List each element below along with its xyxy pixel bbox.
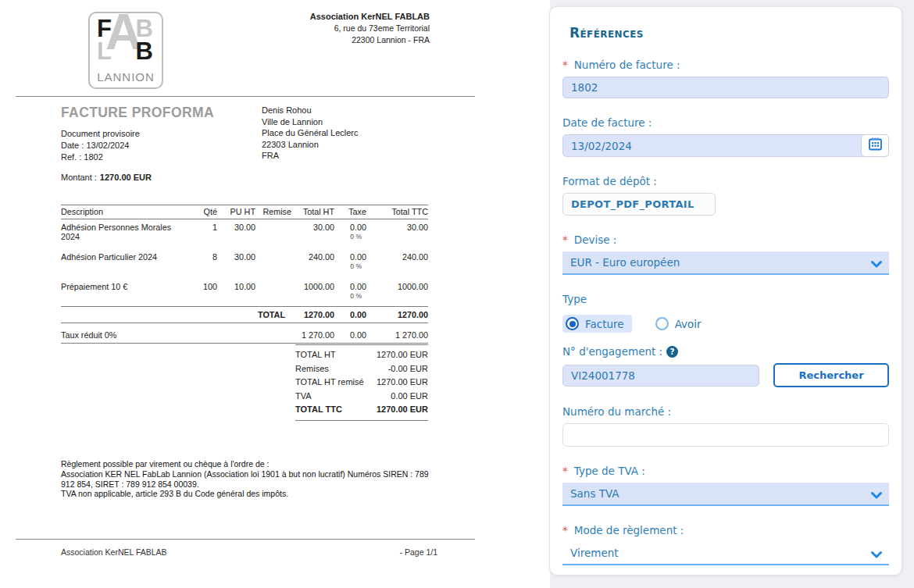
question-circle-icon[interactable]: ? [666, 346, 678, 358]
footer-page-number: - Page 1/1 [400, 547, 437, 557]
field-tva-type: * Type de TVA : Sans TVA [562, 465, 889, 506]
tax-rate-row: Taux réduit 0% 1 270.00 0.00 1 270.00 [61, 327, 428, 344]
cell-pu-ht: 30.00 [217, 252, 255, 279]
tva-type-select[interactable]: Sans TVA [562, 483, 889, 506]
total-ttc-value: 1270.00 [366, 310, 428, 319]
deposit-format-label-row: Format de dépôt : [562, 175, 889, 187]
issuer-name: Association KerNEL FABLAB [310, 11, 430, 23]
engagement-label-row: N° d'engagement : ? [562, 345, 889, 358]
invoice-date-label-row: Date de facture : [562, 116, 889, 129]
summary-label: TOTAL HT [295, 348, 336, 362]
amount-value: 1270.00 EUR [100, 173, 152, 182]
field-currency: * Devise : EUR - Euro européen [562, 233, 889, 275]
calendar-icon [868, 137, 883, 155]
cell-remise [255, 223, 291, 249]
payment-note-line1: Règlement possible par virement ou chèqu… [61, 459, 434, 469]
summary-value: 1270.00 EUR [377, 403, 428, 417]
payment-note-line2: Association KER NEL FabLab Lannion (Asso… [61, 469, 434, 490]
radio-selected-icon [566, 317, 579, 330]
summary-row-ht-remise: TOTAL HT remisé 1270.00 EUR [295, 376, 428, 390]
cell-description: Adhésion Personnes Morales 2024 [61, 223, 178, 249]
summary-label: TOTAL TTC [295, 403, 342, 417]
tax-rate-label: Taux réduit 0% [61, 330, 291, 340]
market-number-input[interactable] [562, 423, 889, 447]
table-row: Adhésion Particulier 2024 8 30.00 240.00… [61, 249, 428, 279]
radio-option-facture[interactable]: Facture [562, 315, 632, 333]
cell-description: Prépaiement 10 € [61, 282, 178, 308]
logo-letter-bottom-left: L [97, 37, 112, 66]
market-number-label: Numéro du marché : [562, 405, 671, 418]
cell-remise [255, 282, 291, 308]
panel-title: Références [569, 25, 889, 41]
currency-value: EUR - Euro européen [570, 256, 680, 269]
cell-total-ht: 240.00 [291, 252, 334, 279]
chevron-down-icon [870, 549, 883, 561]
radio-avoir-label: Avoir [675, 318, 702, 330]
field-market-number: Numéro du marché : [562, 405, 889, 447]
recipient-address-block: Denis Rohou Ville de Lannion Place du Gé… [262, 105, 359, 162]
engagement-input[interactable] [562, 365, 759, 387]
recipient-name: Denis Rohou [262, 105, 359, 116]
table-row: Adhésion Personnes Morales 2024 1 30.00 … [61, 219, 428, 249]
col-header-pu-ht: PU HT [217, 207, 255, 216]
recipient-city: 22303 Lannion [262, 139, 359, 151]
footer-issuer-name: Association KerNEL FABLAB [61, 547, 167, 557]
cell-total-ttc: 30.00 [366, 223, 428, 249]
issuer-address-line2: 22300 Lannion - FRA [310, 34, 430, 46]
field-type: Type Facture Avoir [562, 293, 889, 333]
invoice-number-label: Numéro de facture : [574, 59, 680, 71]
invoice-number-input[interactable] [562, 77, 889, 98]
col-header-description: Description [61, 207, 178, 216]
taxe-amount: 0.00 [334, 252, 366, 262]
cell-qty: 100 [178, 282, 217, 308]
fablab-logo-letters: A F B L B [90, 13, 162, 69]
required-marker: * [562, 524, 568, 536]
payment-mode-label: Mode de règlement : [574, 524, 684, 536]
cell-qty: 1 [178, 223, 217, 249]
radio-facture-label: Facture [585, 318, 624, 330]
invoice-title: FACTURE PROFORMA [61, 105, 214, 121]
amount-line: Montant :1270.00 EUR [61, 173, 152, 182]
radio-unselected-icon [655, 317, 669, 330]
radio-option-avoir[interactable]: Avoir [652, 315, 709, 333]
invoice-number-label-row: * Numéro de facture : [562, 59, 889, 71]
cell-total-ttc: 1000.00 [366, 282, 428, 308]
recipient-country: FRA [262, 150, 359, 162]
invoice-date-field [562, 134, 889, 157]
logo-letter-bottom-right: B [136, 37, 153, 66]
currency-select[interactable]: EUR - Euro européen [562, 251, 889, 275]
cell-total-ttc: 240.00 [366, 252, 428, 279]
summary-row-total-ht: TOTAL HT 1270.00 EUR [295, 348, 428, 362]
doc-info-provisional: Document provisoire [61, 128, 140, 140]
recipient-org: Ville de Lannion [262, 116, 359, 128]
cell-taxe: 0.00 0 % [334, 252, 366, 279]
recipient-street: Place du Général Leclerc [262, 127, 359, 139]
col-header-total-ht: Total HT [291, 207, 334, 216]
engagement-label: N° d'engagement : [562, 345, 662, 358]
logo-city-label: LANNION [90, 70, 162, 84]
document-viewport: A F B L B LANNION Association KerNEL FAB… [0, 0, 550, 588]
payment-mode-select[interactable]: Virement [562, 542, 889, 565]
summary-label: TOTAL HT remisé [295, 376, 364, 390]
required-marker: * [562, 233, 568, 246]
type-radio-group: Facture Avoir [562, 315, 889, 333]
search-button[interactable]: Rechercher [773, 363, 889, 387]
total-taxe-value: 0.00 [334, 310, 366, 319]
payment-mode-value: Virement [570, 547, 619, 559]
taxe-percent: 0 % [334, 233, 366, 241]
summary-label: TVA [295, 390, 312, 404]
invoice-date-label: Date de facture : [562, 116, 652, 129]
footer-divider [16, 539, 475, 540]
summary-label: Remises [295, 362, 329, 376]
cell-pu-ht: 30.00 [217, 223, 255, 249]
invoice-date-input[interactable] [563, 135, 862, 156]
date-picker-button[interactable] [861, 134, 889, 157]
cell-total-ht: 1000.00 [291, 282, 334, 308]
payment-mode-label-row: * Mode de règlement : [562, 524, 889, 536]
line-items-table: Description Qté PU HT Remise Total HT Ta… [61, 205, 428, 308]
amount-label: Montant : [61, 173, 97, 182]
deposit-format-input[interactable] [562, 193, 716, 216]
table-total-row: TOTAL 1270.00 0.00 1270.00 [61, 306, 428, 323]
market-number-label-row: Numéro du marché : [562, 405, 889, 418]
currency-label-row: * Devise : [562, 233, 889, 246]
